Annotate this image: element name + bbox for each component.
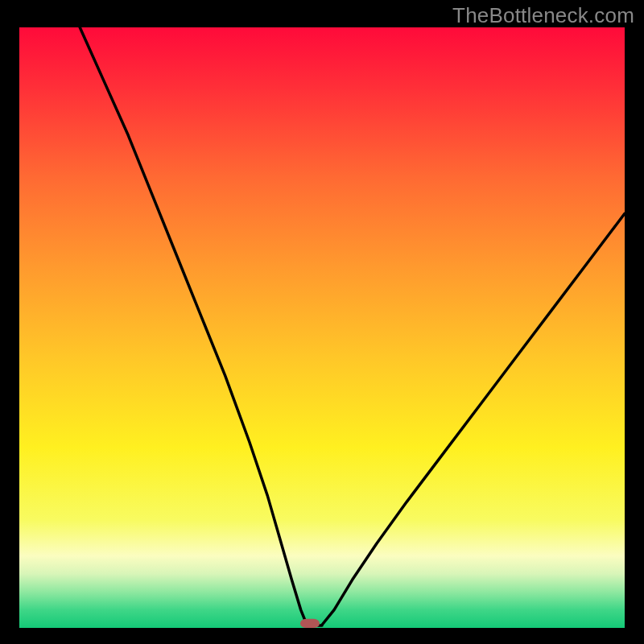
chart-container: TheBottleneck.com: [0, 0, 644, 644]
optimal-marker: [300, 619, 320, 628]
plot-background: [19, 27, 625, 628]
bottleneck-chart: [0, 0, 644, 644]
watermark-text: TheBottleneck.com: [452, 3, 634, 28]
